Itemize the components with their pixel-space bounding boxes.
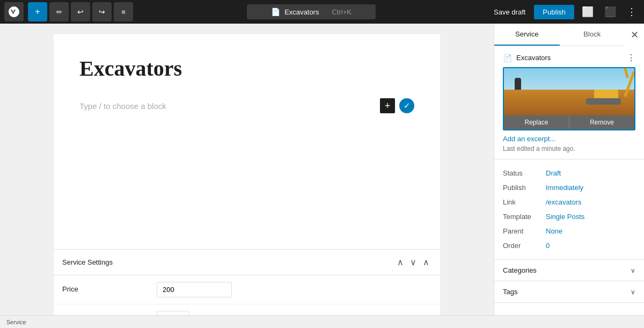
price-control: [157, 282, 431, 297]
image-actions: Replace Remove: [504, 115, 634, 129]
excavator-visual: [504, 68, 634, 115]
price-label: Price: [62, 282, 148, 293]
parent-row: Parent None: [503, 224, 635, 238]
search-shortcut: Ctrl+K: [332, 8, 351, 16]
order-row: Order 0: [503, 238, 635, 253]
duration-select[interactable]: 1h 30m 2h: [157, 311, 189, 315]
remove-image-button[interactable]: Remove: [569, 115, 634, 129]
template-row: Template Single Posts: [503, 209, 635, 224]
categories-chevron-icon: ∨: [631, 267, 635, 274]
template-value-link[interactable]: Single Posts: [546, 213, 584, 221]
sidebar-tabs: Service Block: [494, 24, 625, 46]
tags-title: Tags: [503, 288, 517, 296]
tab-service[interactable]: Service: [494, 24, 560, 46]
tab-block[interactable]: Block: [560, 24, 625, 46]
wp-icon: [9, 6, 19, 17]
order-value-link[interactable]: 0: [546, 242, 550, 250]
order-label: Order: [503, 242, 546, 250]
insert-block-button[interactable]: +: [380, 98, 395, 113]
status-label: Status: [503, 169, 546, 177]
sidebar-section-title: Excavators: [516, 54, 551, 62]
publish-label: Publish: [503, 184, 546, 192]
duration-control: 1h 30m 2h: [157, 311, 431, 315]
save-draft-button[interactable]: Save draft: [489, 5, 530, 19]
settings-button[interactable]: ⬛: [601, 4, 619, 20]
parent-label: Parent: [503, 227, 546, 235]
collapse-up-button[interactable]: ∧: [395, 256, 406, 268]
template-label: Template: [503, 213, 546, 221]
block-placeholder-text[interactable]: Type / to choose a block: [79, 101, 376, 111]
list-view-button[interactable]: ≡: [114, 2, 133, 21]
status-row: Status Draft: [503, 166, 635, 180]
sidebar-close-button[interactable]: ✕: [625, 25, 644, 45]
right-sidebar: Service Block ✕ 📄 Excavators ⋮: [494, 24, 644, 315]
price-input[interactable]: [157, 282, 232, 297]
doc-icon: 📄: [271, 8, 280, 16]
service-settings-title: Service Settings: [62, 258, 113, 266]
editor-area: Excavators Type / to choose a block + ✓ …: [0, 24, 494, 315]
sidebar-section-header: 📄 Excavators ⋮: [503, 53, 635, 63]
collapse-down-button[interactable]: ∨: [408, 256, 419, 268]
block-checkmark: ✓: [399, 98, 414, 113]
duration-row: Duration 1h 30m 2h: [54, 304, 440, 315]
categories-title: Categories: [503, 266, 537, 274]
meta-section: Status Draft Publish Immediately Link /e…: [494, 159, 644, 260]
price-row: Price: [54, 275, 440, 304]
duration-label: Duration: [62, 311, 148, 315]
add-excerpt-link[interactable]: Add an excerpt...: [503, 135, 555, 143]
service-settings-header[interactable]: Service Settings ∧ ∨ ∧: [54, 250, 440, 275]
status-bar-label: Service: [6, 319, 26, 325]
link-row: Link /excavators: [503, 195, 635, 209]
toolbar: + ✏ ↩ ↪ ≡ 📄 Excavators Ctrl+K Save draft…: [0, 0, 644, 24]
toolbar-right: Save draft Publish ⬜ ⬛ ⋮: [489, 4, 640, 20]
options-button[interactable]: ⋮: [624, 4, 640, 20]
link-value-link[interactable]: /excavators: [546, 198, 581, 206]
sidebar-tabs-row: Service Block ✕: [494, 24, 644, 46]
editor-content: Excavators Type / to choose a block + ✓: [54, 34, 440, 249]
featured-image: [504, 68, 634, 115]
tags-chevron-icon: ∨: [631, 288, 635, 296]
document-search[interactable]: 📄 Excavators Ctrl+K: [247, 4, 376, 19]
block-inserter-area: Type / to choose a block + ✓: [79, 94, 414, 118]
parent-value: None: [546, 227, 562, 235]
page-title[interactable]: Excavators: [79, 56, 414, 81]
undo-button[interactable]: ↩: [71, 2, 90, 21]
publish-button[interactable]: Publish: [534, 5, 574, 19]
featured-image-container: Replace Remove: [503, 67, 635, 130]
order-value: 0: [546, 242, 550, 250]
publish-row: Publish Immediately: [503, 180, 635, 195]
parent-value-link[interactable]: None: [546, 227, 562, 235]
link-value: /excavators: [546, 198, 581, 206]
service-settings-panel: Service Settings ∧ ∨ ∧ Price Duration: [54, 249, 440, 315]
main-layout: Excavators Type / to choose a block + ✓ …: [0, 24, 644, 315]
publish-value-link[interactable]: Immediately: [546, 184, 583, 192]
toolbar-center: 📄 Excavators Ctrl+K: [135, 4, 487, 19]
categories-section[interactable]: Categories ∨: [494, 260, 644, 281]
redo-button[interactable]: ↪: [92, 2, 112, 21]
tags-section[interactable]: Tags ∨: [494, 281, 644, 303]
section-options-button[interactable]: ⋮: [627, 53, 635, 63]
status-bar: Service: [0, 315, 644, 328]
link-label: Link: [503, 198, 546, 206]
add-block-button[interactable]: +: [28, 2, 47, 21]
last-edited-text: Last edited a minute ago.: [503, 145, 635, 152]
close-settings-button[interactable]: ∧: [421, 256, 431, 268]
template-value: Single Posts: [546, 213, 584, 221]
status-value[interactable]: Draft: [546, 169, 561, 177]
search-title: Excavators: [284, 8, 319, 16]
wp-logo[interactable]: [4, 2, 24, 21]
preview-button[interactable]: ⬜: [579, 4, 597, 20]
replace-image-button[interactable]: Replace: [504, 115, 569, 129]
settings-controls: ∧ ∨ ∧: [395, 256, 431, 268]
publish-value: Immediately: [546, 184, 583, 192]
featured-image-section: 📄 Excavators ⋮: [494, 46, 644, 159]
document-icon: 📄: [503, 54, 512, 62]
tools-button[interactable]: ✏: [49, 2, 69, 21]
